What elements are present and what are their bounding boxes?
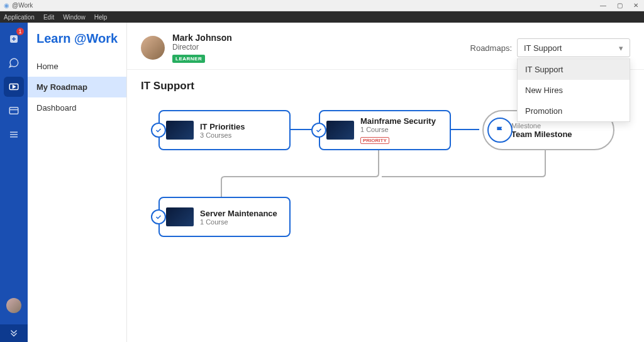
user-name: Mark Johnson <box>172 33 232 43</box>
card-server-maintenance[interactable]: Server Maintenance 1 Course <box>158 197 291 237</box>
maximize-button[interactable]: ▢ <box>615 2 624 9</box>
user-badge: LEARNER <box>172 55 205 63</box>
user-avatar-small[interactable] <box>6 298 21 313</box>
card-icon[interactable] <box>4 101 24 121</box>
dropdown-option-it-support[interactable]: IT Support <box>518 59 630 80</box>
check-icon <box>151 123 166 138</box>
notification-badge[interactable]: 1 <box>16 28 24 35</box>
card-thumbnail <box>166 121 194 140</box>
card-title: Mainframe Security <box>360 116 436 126</box>
card-meta: 1 Course <box>200 218 277 226</box>
card-thumbnail <box>326 121 354 140</box>
window-title: @Work <box>12 2 33 9</box>
card-title: IT Priorities <box>200 122 245 131</box>
chat-icon[interactable] <box>4 53 24 73</box>
nav-my-roadmap[interactable]: My Roadmap <box>28 77 126 97</box>
icon-rail: 1 <box>0 23 28 342</box>
milestone-title: Team Milestone <box>511 130 572 139</box>
roadmaps-dropdown: IT Support New Hires Promotion <box>517 58 630 122</box>
roadmaps-selected: IT Support <box>524 43 562 53</box>
dropdown-option-promotion[interactable]: Promotion <box>518 101 630 121</box>
milestone-label: Milestone <box>511 122 572 130</box>
card-meta: 1 Course <box>360 126 436 133</box>
menu-application[interactable]: Application <box>4 14 35 21</box>
card-meta: 3 Courses <box>200 131 245 139</box>
brand-title: Learn @Work <box>28 31 126 56</box>
priority-badge: PRIORITY <box>360 137 389 144</box>
menu-edit[interactable]: Edit <box>43 14 54 21</box>
menu-help[interactable]: Help <box>94 14 108 21</box>
main-panel: Mark Johnson Director LEARNER Roadmaps: … <box>127 23 644 342</box>
check-icon <box>151 209 166 224</box>
dropdown-option-new-hires[interactable]: New Hires <box>518 80 630 101</box>
card-it-priorities[interactable]: IT Priorities 3 Courses <box>158 110 291 150</box>
roadmap-canvas: IT Priorities 3 Courses Mainframe Securi… <box>127 95 644 315</box>
svg-marker-2 <box>13 86 16 89</box>
nav-home[interactable]: Home <box>28 56 126 77</box>
flag-icon <box>487 118 513 143</box>
menu-window[interactable]: Window <box>63 14 86 21</box>
video-icon[interactable] <box>4 77 24 97</box>
card-mainframe-security[interactable]: Mainframe Security 1 Course PRIORITY <box>319 110 451 150</box>
svg-rect-3 <box>9 108 18 114</box>
left-nav: Learn @Work Home My Roadmap Dashboard <box>28 23 127 342</box>
close-button[interactable]: ✕ <box>631 2 640 9</box>
menubar: Application Edit Window Help <box>0 11 644 23</box>
rail-bottom-icon[interactable] <box>0 324 28 342</box>
check-icon <box>311 123 326 138</box>
roadmaps-select[interactable]: IT Support ▾ <box>517 38 630 57</box>
card-thumbnail <box>166 207 194 226</box>
card-title: Server Maintenance <box>200 209 277 218</box>
user-avatar[interactable] <box>141 36 165 60</box>
user-role: Director <box>172 43 232 52</box>
minimize-button[interactable]: — <box>599 2 608 9</box>
chevron-down-icon: ▾ <box>619 43 623 53</box>
titlebar: ◉ @Work — ▢ ✕ <box>0 0 644 11</box>
menu-icon[interactable] <box>4 124 24 145</box>
roadmaps-label: Roadmaps: <box>470 43 512 53</box>
app-icon: ◉ <box>4 2 9 9</box>
nav-dashboard[interactable]: Dashboard <box>28 97 126 118</box>
